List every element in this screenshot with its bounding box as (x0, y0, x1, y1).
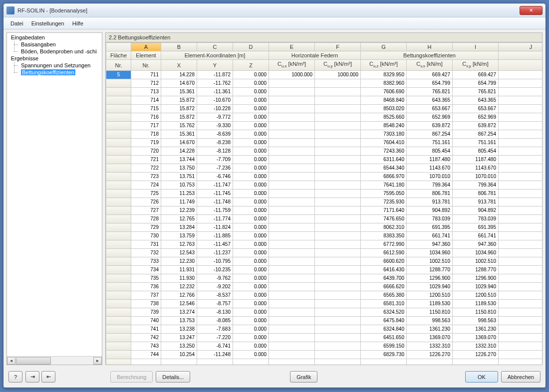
table-row[interactable]: 72611.749-11.7480.0007235.930913.781913.… (106, 198, 543, 206)
table-row[interactable]: 74213.247-7.2200.0006451.6501369.0701369… (106, 334, 543, 342)
cell-z[interactable]: 0.000 (233, 317, 269, 325)
table-row[interactable]: 73612.232-9.2020.0006666.6201029.9401029… (106, 283, 543, 291)
row-header[interactable] (106, 291, 131, 300)
cell-z[interactable]: 0.000 (233, 334, 269, 342)
cell-cux[interactable] (269, 215, 315, 223)
cell-x[interactable]: 13.753 (161, 317, 197, 325)
cell-e[interactable]: 739 (131, 308, 161, 317)
cell-cvx[interactable]: 805.454 (407, 147, 453, 156)
cell-e[interactable]: 737 (131, 291, 161, 300)
abbrechen-button[interactable]: Abbrechen (501, 371, 541, 383)
row-header[interactable] (106, 240, 131, 249)
cell-cux[interactable] (269, 206, 315, 215)
cell-blank[interactable] (499, 274, 543, 283)
cell-z[interactable]: 0.000 (233, 79, 269, 88)
cell-cvx[interactable]: 1332.310 (407, 342, 453, 351)
cell-blank[interactable] (499, 113, 543, 122)
row-header[interactable] (106, 283, 131, 291)
cell-cuz[interactable]: 6772.990 (361, 240, 407, 249)
col-F[interactable]: F (315, 43, 361, 51)
cell-cuy[interactable] (315, 79, 361, 88)
row-header[interactable] (106, 147, 131, 156)
cell-cuy[interactable] (315, 317, 361, 325)
cell-cux[interactable] (269, 122, 315, 130)
cell-z[interactable]: 0.000 (233, 105, 269, 113)
cell-cvx[interactable]: 1361.230 (407, 325, 453, 334)
cell-e[interactable]: 740 (131, 317, 161, 325)
cell-e[interactable]: 741 (131, 325, 161, 334)
table-row[interactable]: 72812.765-11.7740.0007476.650783.039783.… (106, 215, 543, 223)
cell-blank[interactable] (499, 156, 543, 164)
row-header[interactable] (106, 300, 131, 308)
row-header[interactable] (106, 257, 131, 266)
cell-e[interactable]: 731 (131, 240, 161, 249)
cell-x[interactable]: 12.763 (161, 240, 197, 249)
cell-blank[interactable] (499, 173, 543, 181)
tree-group-ergebnisse[interactable]: Ergebnisse (7, 55, 102, 62)
table-row[interactable]: 73411.931-10.2350.0006416.4301288.770128… (106, 266, 543, 274)
table-row[interactable]: 71815.361-8.6390.0007303.180867.254867.2… (106, 130, 543, 139)
cell-cuz[interactable]: 7235.930 (361, 198, 407, 206)
row-header[interactable] (106, 317, 131, 325)
cell-cvy[interactable]: 998.563 (453, 317, 499, 325)
col-H[interactable]: H (407, 43, 453, 51)
cell-cuy[interactable] (315, 113, 361, 122)
cell-x[interactable]: 15.872 (161, 105, 197, 113)
cell-x[interactable]: 12.765 (161, 215, 197, 223)
cell-cuy[interactable] (315, 300, 361, 308)
cell-cuz[interactable]: 6416.430 (361, 266, 407, 274)
cell-z[interactable]: 0.000 (233, 325, 269, 334)
cell-z[interactable]: 0.000 (233, 232, 269, 240)
sidebar-hscrollbar[interactable]: ◄ ► (7, 356, 102, 365)
cell-e[interactable]: 718 (131, 130, 161, 139)
cell-cvy[interactable]: 1002.510 (453, 257, 499, 266)
cell-y[interactable]: -7.220 (197, 334, 233, 342)
cell-y[interactable]: -11.824 (197, 223, 233, 232)
cell-cvy[interactable]: 751.161 (453, 139, 499, 147)
cell-cvx[interactable]: 661.741 (407, 232, 453, 240)
cell-cvy[interactable]: 639.872 (453, 122, 499, 130)
cell-y[interactable]: -10.795 (197, 257, 233, 266)
details-button[interactable]: Details... (156, 371, 190, 383)
cell-cvy[interactable]: 1296.900 (453, 274, 499, 283)
cell-y[interactable]: -9.772 (197, 113, 233, 122)
cell-blank[interactable] (499, 325, 543, 334)
cell-cvx[interactable]: 1070.010 (407, 173, 453, 181)
cell-z[interactable]: 0.000 (233, 266, 269, 274)
cell-cvy[interactable]: 904.892 (453, 206, 499, 215)
cell-z[interactable]: 0.000 (233, 156, 269, 164)
cell-cux[interactable] (269, 147, 315, 156)
cell-cuy[interactable] (315, 164, 361, 173)
cell-cuz[interactable]: 7604.410 (361, 139, 407, 147)
cell-y[interactable]: -11.361 (197, 88, 233, 96)
col-C[interactable]: C (197, 43, 233, 51)
row-header[interactable] (106, 122, 131, 130)
cell-cvy[interactable]: 765.821 (453, 88, 499, 96)
cell-e[interactable]: 716 (131, 113, 161, 122)
cell-cvx[interactable]: 1187.480 (407, 156, 453, 164)
cell-e[interactable]: 734 (131, 266, 161, 274)
cell-cvx[interactable]: 1200.510 (407, 291, 453, 300)
row-header[interactable] (106, 274, 131, 283)
cell-z[interactable]: 0.000 (233, 291, 269, 300)
cell-cuz[interactable]: 6612.590 (361, 249, 407, 257)
cell-y[interactable]: -8.757 (197, 300, 233, 308)
cell-e[interactable]: 715 (131, 105, 161, 113)
cell-cuy[interactable] (315, 334, 361, 342)
cell-cvy[interactable]: 669.427 (453, 71, 499, 79)
cell-cvx[interactable]: 799.364 (407, 181, 453, 190)
row-header[interactable] (106, 88, 131, 96)
cell-z[interactable]: 0.000 (233, 88, 269, 96)
cell-z[interactable]: 0.000 (233, 96, 269, 105)
cell-blank[interactable] (499, 206, 543, 215)
row-header[interactable] (106, 215, 131, 223)
row-header[interactable] (106, 342, 131, 351)
cell-z[interactable]: 0.000 (233, 147, 269, 156)
cell-z[interactable]: 0.000 (233, 342, 269, 351)
row-header[interactable] (106, 96, 131, 105)
cell-e[interactable]: 719 (131, 139, 161, 147)
cell-cvx[interactable]: 806.781 (407, 190, 453, 198)
cell-cvx[interactable]: 1029.940 (407, 283, 453, 291)
cell-cuy[interactable] (315, 249, 361, 257)
cell-x[interactable]: 11.930 (161, 274, 197, 283)
